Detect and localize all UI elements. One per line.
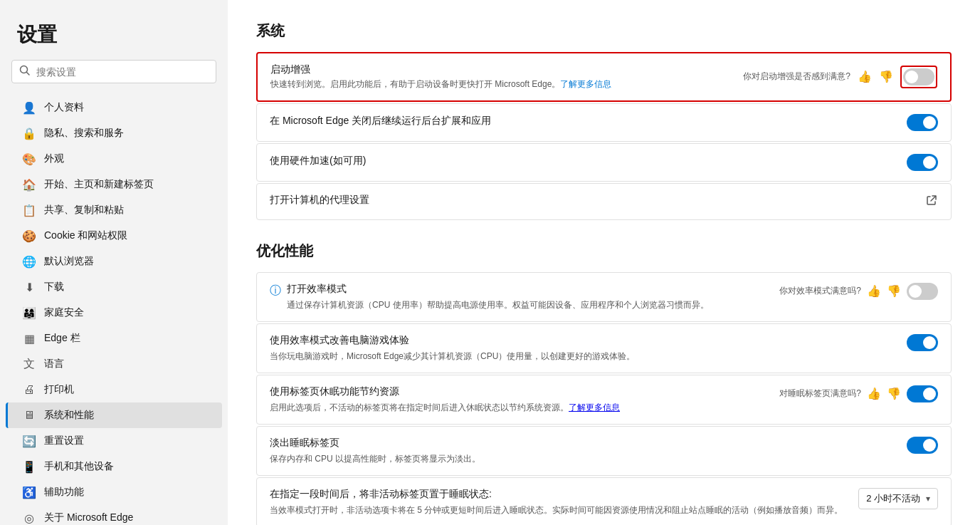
proxy-right (925, 194, 938, 209)
sidebar-item-reset[interactable]: 🔄 重置设置 (6, 428, 222, 454)
nav-icon-download: ⬇ (23, 281, 36, 293)
nav-label-family: 家庭安全 (44, 306, 84, 319)
sidebar-item-download[interactable]: ⬇ 下载 (6, 274, 222, 300)
inactive-timeout-card: 在指定一段时间后，将非活动标签页置于睡眠状态: 当效率模式打开时，非活动选项卡将… (256, 477, 952, 525)
nav-label-printer: 打印机 (44, 383, 74, 396)
nav-icon-share: 📋 (23, 204, 36, 217)
efficiency-mode-label: 打开效率模式 (287, 283, 709, 296)
startup-boost-desc: 快速转到浏览。启用此功能后，有助于启动设备时更快打开 Microsoft Edg… (270, 78, 734, 90)
fade-sleeping-right (907, 437, 938, 454)
sidebar-item-newtab[interactable]: 🏠 开始、主页和新建标签页 (6, 172, 222, 197)
efficiency-mode-toggle[interactable] (907, 283, 938, 300)
gaming-efficiency-label: 使用效率模式改善电脑游戏体验 (270, 334, 898, 347)
nav-label-edgebar: Edge 栏 (44, 332, 80, 345)
efficiency-thumbdown-icon[interactable]: 👎 (887, 284, 901, 298)
sidebar-item-profile[interactable]: 👤 个人资料 (6, 95, 222, 120)
fade-sleeping-toggle[interactable] (907, 437, 938, 454)
sleeping-tabs-toggle[interactable] (907, 385, 938, 402)
system-section: 系统 启动增强 快速转到浏览。启用此功能后，有助于启动设备时更快打开 Micro… (256, 21, 952, 220)
nav-icon-about: ◎ (23, 511, 36, 524)
sidebar-item-language[interactable]: 文 语言 (6, 351, 222, 377)
sleeping-tabs-right: 对睡眠标签页满意吗? 👍 👎 (779, 385, 938, 402)
settings-title: 设置 (0, 14, 228, 60)
sidebar-item-mobile[interactable]: 📱 手机和其他设备 (6, 454, 222, 479)
external-link-icon[interactable] (925, 194, 938, 209)
thumbdown-icon[interactable]: 👎 (879, 70, 893, 83)
system-section-title: 系统 (256, 21, 952, 41)
main-content: 系统 启动增强 快速转到浏览。启用此功能后，有助于启动设备时更快打开 Micro… (228, 0, 980, 525)
sidebar-item-edgebar[interactable]: ▦ Edge 栏 (6, 326, 222, 351)
sleeping-thumbdown-icon[interactable]: 👎 (887, 387, 901, 400)
startup-boost-toggle[interactable] (903, 68, 934, 85)
nav-label-accessibility: 辅助功能 (44, 486, 84, 499)
inactive-timeout-header: 在指定一段时间后，将非活动标签页置于睡眠状态: 当效率模式打开时，非活动选项卡将… (270, 488, 938, 516)
inactive-timeout-value: 2 小时不活动 (866, 492, 920, 505)
efficiency-feedback-label: 你对效率模式满意吗? (779, 285, 861, 297)
efficiency-mode-text: 打开效率模式 通过保存计算机资源（CPU 使用率）帮助提高电源使用率。权益可能因… (287, 283, 709, 311)
sidebar-item-about[interactable]: ◎ 关于 Microsoft Edge (6, 505, 222, 525)
inactive-timeout-dropdown[interactable]: 2 小时不活动 ▾ (858, 488, 938, 509)
inactive-timeout-text: 在指定一段时间后，将非活动标签页置于睡眠状态: 当效率模式打开时，非活动选项卡将… (270, 488, 850, 516)
sidebar-item-family[interactable]: 👨‍👩‍👧 家庭安全 (6, 300, 222, 326)
nav-icon-reset: 🔄 (23, 435, 36, 447)
sidebar-item-printer[interactable]: 🖨 打印机 (6, 377, 222, 402)
search-input[interactable] (36, 66, 209, 78)
nav-label-reset: 重置设置 (44, 435, 84, 447)
startup-boost-text: 启动增强 快速转到浏览。启用此功能后，有助于启动设备时更快打开 Microsof… (270, 63, 734, 90)
sidebar-item-system[interactable]: 🖥 系统和性能 (6, 402, 222, 428)
startup-boost-toggle-box (900, 66, 937, 88)
hardware-accel-right (907, 154, 938, 171)
dropdown-arrow-icon: ▾ (926, 494, 930, 504)
hardware-accel-text: 使用硬件加速(如可用) (270, 155, 898, 170)
gaming-efficiency-right (907, 334, 938, 351)
performance-section: 优化性能 ⓘ 打开效率模式 通过保存计算机资源（CPU 使用率）帮助提高电源使用… (256, 241, 952, 525)
sleeping-thumbup-icon[interactable]: 👍 (867, 387, 881, 400)
background-apps-right (907, 114, 938, 131)
gaming-efficiency-toggle[interactable] (907, 334, 938, 351)
sidebar-item-appearance[interactable]: 🎨 外观 (6, 146, 222, 172)
gaming-efficiency-card: 使用效率模式改善电脑游戏体验 当你玩电脑游戏时，Microsoft Edge减少… (256, 323, 952, 373)
background-apps-toggle[interactable] (907, 114, 938, 131)
inactive-timeout-label: 在指定一段时间后，将非活动标签页置于睡眠状态: (270, 488, 850, 501)
nav-list: 👤 个人资料 🔒 隐私、搜索和服务 🎨 外观 🏠 开始、主页和新建标签页 📋 共… (0, 95, 228, 525)
sleeping-tabs-desc: 启用此选项后，不活动的标签页将在指定时间后进入休眠状态以节约系统资源。了解更多信… (270, 401, 771, 414)
sidebar-item-cookie[interactable]: 🍪 Cookie 和网站权限 (6, 223, 222, 249)
startup-boost-link[interactable]: 了解更多信息 (560, 79, 611, 89)
nav-label-mobile: 手机和其他设备 (44, 460, 114, 473)
efficiency-mode-desc: 通过保存计算机资源（CPU 使用率）帮助提高电源使用率。权益可能因设备、应用程序… (287, 298, 709, 311)
efficiency-mode-left: ⓘ 打开效率模式 通过保存计算机资源（CPU 使用率）帮助提高电源使用率。权益可… (270, 283, 771, 311)
sleeping-tabs-text: 使用标签页休眠功能节约资源 启用此选项后，不活动的标签页将在指定时间后进入休眠状… (270, 385, 771, 414)
sidebar-item-privacy[interactable]: 🔒 隐私、搜索和服务 (6, 120, 222, 146)
proxy-label: 打开计算机的代理设置 (270, 194, 917, 207)
nav-icon-edgebar: ▦ (23, 332, 36, 345)
fade-sleeping-text: 淡出睡眠标签页 保存内存和 CPU 以提高性能时，标签页将显示为淡出。 (270, 437, 898, 465)
sleeping-tabs-header: 使用标签页休眠功能节约资源 启用此选项后，不活动的标签页将在指定时间后进入休眠状… (270, 385, 938, 414)
thumbup-icon[interactable]: 👍 (858, 70, 872, 83)
efficiency-mode-right: 你对效率模式满意吗? 👍 👎 (779, 283, 938, 300)
proxy-row: 打开计算机的代理设置 (257, 184, 951, 219)
startup-boost-right: 你对启动增强是否感到满意? 👍 👎 (743, 66, 937, 88)
search-box[interactable] (11, 60, 216, 83)
background-apps-text: 在 Microsoft Edge 关闭后继续运行后台扩展和应用 (270, 115, 898, 130)
sidebar-item-accessibility[interactable]: ♿ 辅助功能 (6, 479, 222, 505)
hardware-accel-toggle[interactable] (907, 154, 938, 171)
performance-section-title: 优化性能 (256, 241, 952, 261)
efficiency-thumbup-icon[interactable]: 👍 (867, 284, 881, 298)
nav-icon-system: 🖥 (23, 409, 36, 422)
nav-label-cookie: Cookie 和网站权限 (44, 229, 127, 242)
nav-icon-defaultbrowser: 🌐 (23, 255, 36, 268)
info-icon: ⓘ (270, 284, 281, 298)
nav-label-defaultbrowser: 默认浏览器 (44, 255, 94, 268)
svg-line-2 (931, 196, 936, 201)
nav-label-system: 系统和性能 (44, 409, 94, 422)
gaming-efficiency-text: 使用效率模式改善电脑游戏体验 当你玩电脑游戏时，Microsoft Edge减少… (270, 334, 898, 363)
sleeping-tabs-label: 使用标签页休眠功能节约资源 (270, 385, 771, 398)
sidebar-item-defaultbrowser[interactable]: 🌐 默认浏览器 (6, 249, 222, 274)
sleeping-tabs-link[interactable]: 了解更多信息 (569, 402, 620, 412)
nav-icon-newtab: 🏠 (23, 178, 36, 191)
sidebar-item-share[interactable]: 📋 共享、复制和粘贴 (6, 197, 222, 223)
fade-sleeping-header: 淡出睡眠标签页 保存内存和 CPU 以提高性能时，标签页将显示为淡出。 (270, 437, 938, 465)
nav-icon-appearance: 🎨 (23, 152, 36, 165)
background-apps-row: 在 Microsoft Edge 关闭后继续运行后台扩展和应用 (257, 104, 951, 141)
nav-icon-privacy: 🔒 (23, 127, 36, 140)
